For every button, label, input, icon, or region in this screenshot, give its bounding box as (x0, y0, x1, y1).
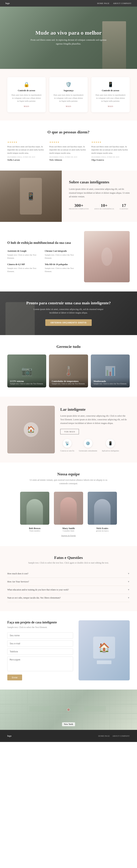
contact-submit-button[interactable]: Enviar (7, 675, 22, 680)
stat-1: 300+ PROJETOS COMPLETOS (69, 203, 89, 210)
hub-feature-desc-1: Sample text. Click to select the Text El… (7, 253, 41, 259)
hub-feature-title-4: Tela HD de 10 polegadas (45, 263, 79, 266)
cta-content: Pronto para construir uma casa mais inte… (15, 291, 122, 335)
testimonial-author-2: Nick Johnson (49, 159, 88, 161)
nav-home[interactable]: HOME PAGE (97, 2, 109, 4)
email-input[interactable] (7, 641, 73, 647)
phone-input[interactable] (7, 649, 73, 655)
feature-link-1[interactable]: MAIS (24, 105, 29, 107)
hub-left: O hub de exibição multifuncional da sua … (7, 241, 79, 273)
hub-feature-2: Chrome Cast integrado Sample text. Click… (45, 250, 79, 259)
smart-icon-3: 📱 Aplicativos inteligentes (102, 439, 119, 452)
manage-card-desc-3: Sample text. Click to select the Text El… (94, 383, 127, 385)
testimonial-author-3: Olga Ivanova (91, 159, 130, 161)
contact-title: Faça um projeto de casa inteligente (7, 620, 73, 624)
feature-icon-1: 🔒 (11, 82, 42, 87)
testimonial-text-3: Proin sed libero enim sed faucibus turpi… (91, 145, 130, 155)
footer-link-2[interactable]: ABOUT COMPANY (112, 735, 130, 737)
testimonial-date-3: DEZEMBRO FINAL JUNHO DE 2019 (91, 156, 130, 158)
feature-title-3: Controle de acesso (95, 89, 126, 92)
testimonial-date-2: DEZEMBRO FINAL JUNHO DE 2019 (49, 156, 88, 158)
hub-feature-4: Tela HD de 10 polegadas Sample text. Cli… (45, 263, 79, 273)
hub-section: O hub de exibição multifuncional da sua … (0, 222, 137, 291)
testimonial-2: ★★★★★ Proin sed libero enim sed faucibus… (49, 141, 88, 162)
smart-section: 🏠 Lar inteligente Lorem ipsum dolor sit … (0, 397, 137, 463)
testimonials-title: O que as pessoas dizem? (7, 130, 130, 134)
hub-feature-desc-4: Sample text. Click to select the Text El… (45, 267, 79, 273)
smart-icon-label-1: Conecta-se sem fio (60, 450, 74, 452)
team-section: Nossa equipe Ut enim ad minim veniam, qu… (0, 463, 137, 546)
feature-link-3[interactable]: MAIS (108, 105, 113, 107)
feature-card-3: 📱 Controle de acesso Duis aute irure dol… (91, 77, 130, 112)
contact-image: 🏠 (79, 620, 130, 680)
feature-title-1: Controle de acesso (11, 89, 42, 92)
team-photo-mary (54, 492, 83, 525)
stat-number-3: 17 (120, 203, 128, 208)
smart-image: 🏠 (7, 406, 55, 454)
feature-icon-3: 📱 (95, 82, 126, 87)
team-name-1: Bob Brown (20, 527, 49, 530)
chevron-down-icon-3: ▼ (128, 588, 130, 591)
smart-icon-label-2: Gerenciado centralmente (79, 450, 97, 452)
testimonial-3: ★★★★★ Proin sed libero enim sed faucibus… (91, 141, 130, 162)
testimonial-text-2: Proin sed libero enim sed faucibus turpi… (49, 145, 88, 155)
stars-3: ★★★★★ (91, 141, 130, 144)
faq-question-4: Nam ut orci odio, tempor iaculis dui. Ne… (7, 596, 61, 599)
name-input[interactable] (7, 632, 73, 639)
faq-question-1: How much does it cost? (7, 572, 28, 575)
manage-card-title-3: Monitorando (94, 380, 127, 383)
testimonial-date-1: DEZEMBRO FINAL JUNHO DE 2019 (7, 156, 46, 158)
manage-title: Gerencie tudo (7, 344, 130, 349)
stat-label-2: ANOS DE EXPERIÊNCIA (94, 208, 114, 210)
faq-item-2[interactable]: How Are Your Services? ▼ (7, 578, 130, 586)
form-group-phone (7, 649, 73, 655)
svg-rect-10 (84, 706, 106, 712)
nav-links: HOME PAGE ABOUT COMPANY (97, 2, 132, 4)
faq-question-3: What education and/or training do you ha… (7, 588, 69, 591)
feature-card-1: 🔒 Controle de acesso Duis aute irure dol… (7, 77, 46, 112)
hub-feature-desc-3: Sample text. Click to select the Text El… (7, 267, 41, 273)
hero-title: Mude ao vivo para o melhor (28, 30, 109, 36)
smart-icon-2: ⚙️ Gerenciado centralmente (79, 439, 97, 452)
cta-section: Pronto para construir uma casa mais inte… (0, 291, 137, 335)
manage-card-1: 📷 CCTV externo Sample text. Click to sel… (7, 354, 46, 388)
testimonial-author-1: Stella Larson (7, 159, 46, 161)
hub-feature-desc-2: Sample text. Click to select the Text El… (45, 253, 79, 259)
stat-label-3: CLIENTES (120, 208, 128, 210)
footer-logo: logo (7, 735, 11, 737)
nav-about[interactable]: ABOUT COMPANY (113, 2, 132, 4)
team-description: Ut enim ad minim veniam, quis nostrud ex… (28, 478, 109, 485)
team-member-2: Mary Smith Consultor título (54, 492, 83, 532)
message-input[interactable] (7, 657, 73, 671)
faq-description: Sample text. Click to select the text bo… (28, 561, 109, 564)
feature-desc-3: Duis aute irure dolor in reprehenderit i… (95, 93, 126, 102)
faq-title: Fatos e Questões (7, 555, 130, 560)
stat-3: 17 CLIENTES (120, 203, 128, 210)
team-freepik-link[interactable]: Imagens de Freepik (61, 534, 76, 536)
feature-title-2: Segurança (53, 89, 84, 92)
stars-2: ★★★★★ (49, 141, 88, 144)
faq-item-4[interactable]: Nam ut orci odio, tempor iaculis dui. Ne… (7, 594, 130, 602)
team-member-1: Bob Brown Título membro (20, 492, 49, 532)
navigation: logo HOME PAGE ABOUT COMPANY (0, 0, 137, 7)
hero-section: Mude ao vivo para o melhor Proin sed lib… (0, 7, 137, 69)
smart-button[interactable]: VER MAIS (60, 429, 79, 434)
feature-card-2: 🛡️ Segurança Duis aute irure dolor in re… (49, 77, 88, 112)
stat-number-1: 300+ (69, 203, 89, 208)
hub-feature-title-3: Câmera de 6,5 MP (7, 263, 41, 266)
manage-section: Gerencie tudo 📷 CCTV externo Sample text… (0, 335, 137, 397)
smart-description: Lorem ipsum dolor sit amet, consectetur … (60, 414, 130, 425)
hub-feature-1: Assistente de Google Sample text. Click … (7, 250, 41, 259)
hero-description: Proin sed libero enim sed. In nipiscing … (28, 38, 109, 46)
feature-link-2[interactable]: MAIS (66, 105, 71, 107)
footer-link-1[interactable]: HOME PAGE (98, 735, 110, 737)
cta-description: Lorem ipsum dolor sit amet, consectetur … (29, 308, 108, 315)
faq-item-1[interactable]: How much does it cost? ▼ (7, 570, 130, 578)
faq-item-3[interactable]: What education and/or training do you ha… (7, 586, 130, 594)
manage-card-title-1: CCTV externo (10, 380, 43, 383)
smart-content: Lar inteligente Lorem ipsum dolor sit am… (60, 407, 130, 452)
chevron-down-icon-2: ▼ (128, 580, 130, 583)
cta-button[interactable]: OBTENHA ORÇAMENTO GRÁTIS (45, 319, 92, 326)
manage-card-desc-2: Sample text. Click to select the Text El… (52, 383, 85, 385)
svg-rect-8 (29, 706, 51, 712)
